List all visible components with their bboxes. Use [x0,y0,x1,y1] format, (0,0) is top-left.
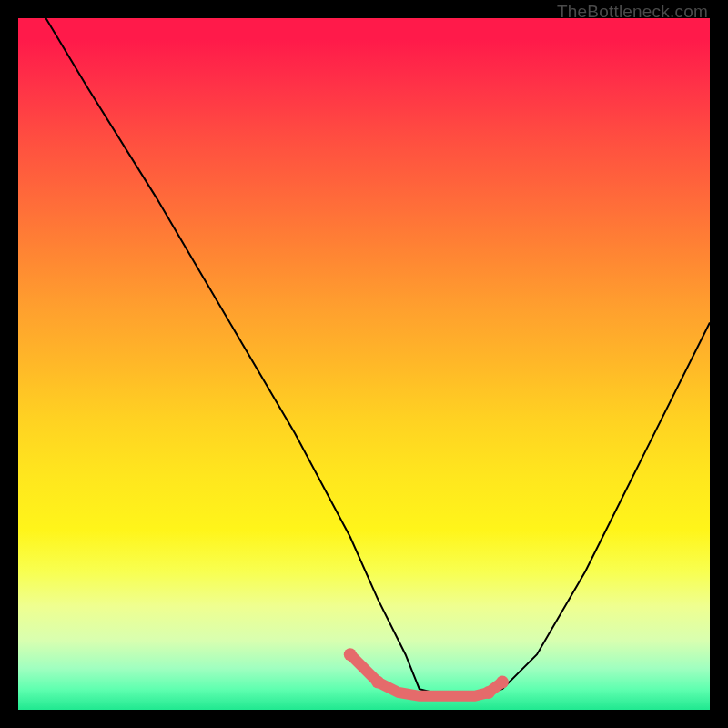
marker-band [350,654,502,696]
marker-dot [344,648,357,661]
plot-area [18,18,710,710]
marker-dot [371,676,384,689]
marker-dot [482,686,495,699]
curve-svg [18,18,710,710]
marker-dot [496,676,509,689]
marker-group [344,648,509,699]
chart-container: TheBottleneck.com [0,0,728,728]
watermark-text: TheBottleneck.com [557,2,708,22]
bottleneck-curve [46,18,710,696]
